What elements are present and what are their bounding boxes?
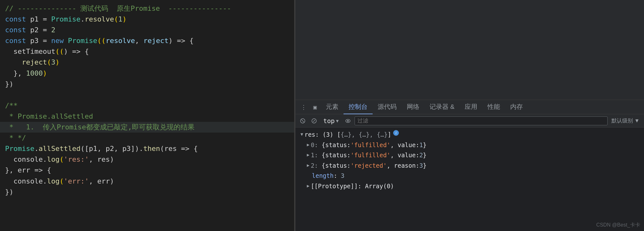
code-text: log [47, 176, 59, 187]
status-2-val: 'rejected' [350, 161, 387, 170]
code-text: ) [55, 57, 59, 68]
obj-1-close: } [423, 151, 426, 160]
code-line-12: * 1. 传入Promise都变成已敲定,即可获取兑现的结果 [0, 122, 294, 133]
length-key: length [312, 171, 334, 180]
code-line-7: }, 1000) [0, 68, 294, 79]
code-line-18: }) [0, 187, 294, 197]
tab-recorder[interactable]: 记录器 & [424, 100, 460, 114]
code-text: * Promise.allSettled [5, 111, 93, 122]
tab-elements[interactable]: 元素 [321, 100, 344, 114]
code-text: reject [143, 35, 168, 46]
tab-performance[interactable]: 性能 [482, 100, 505, 114]
code-text: Promise [51, 14, 81, 25]
tab-network[interactable]: 网络 [402, 100, 424, 114]
code-text: . [34, 143, 39, 154]
code-line-6: reject(3) [0, 57, 294, 68]
code-text: resolve [106, 35, 135, 46]
console-row-2: ▶ 2: {status: 'rejected' , reason: 3 } [295, 160, 644, 171]
console-output: ▼ res: (3) [ {…}, {…}, {…} ] i ▶ 0: {sta… [295, 128, 644, 231]
code-text: 2 [51, 25, 55, 35]
devtools-panel: ⋮ ▣ 元素 控制台 源代码 网络 记录器 & 应用 性能 内存 top ▼ [295, 0, 644, 231]
code-text: p3 = [26, 35, 51, 46]
code-text: ( [59, 176, 64, 187]
code-text: ( [47, 57, 51, 68]
code-text: allSettled [39, 143, 80, 154]
tab-console[interactable]: 控制台 [344, 100, 373, 114]
code-line-9 [0, 90, 294, 100]
code-line-15: console.log('res:', res) [0, 154, 294, 165]
prototype-label: [[Prototype]] [311, 182, 358, 191]
code-text: ) => { [64, 46, 89, 57]
expand-2-arrow[interactable]: ▶ [307, 162, 309, 169]
devtools-dock-icon[interactable]: ▣ [309, 101, 321, 113]
svg-line-3 [313, 120, 315, 122]
devtools-top-area [295, 0, 644, 100]
code-text: then [143, 143, 160, 154]
devtools-settings-icon[interactable]: ⋮ [298, 101, 309, 113]
tab-memory[interactable]: 内存 [505, 100, 528, 114]
obj-1-preview: {status: [318, 151, 350, 160]
obj-1-rest: , value: [390, 151, 419, 160]
tab-application[interactable]: 应用 [460, 100, 482, 114]
code-text: * */ [5, 133, 26, 143]
log-level-selector[interactable]: 默认级别 ▼ [610, 116, 641, 126]
code-text: const [5, 25, 26, 35]
code-text: /** [5, 100, 18, 111]
code-text: ( [114, 14, 118, 25]
code-text: 1000 [26, 68, 43, 79]
context-selector[interactable]: top ▼ [321, 116, 341, 126]
obj-2-rest: , reason: [387, 161, 419, 170]
expand-res-arrow[interactable]: ▼ [300, 131, 303, 138]
expand-1-arrow[interactable]: ▶ [307, 152, 309, 158]
code-text: (( [97, 35, 106, 46]
status-0-val: 'fulfilled' [350, 140, 390, 150]
context-dropdown-arrow: ▼ [336, 118, 338, 123]
code-text: resolve [85, 14, 114, 25]
console-row-0: ▶ 0: {status: 'fulfilled' , value: 1 } [295, 140, 644, 150]
obj-0-rest: , value: [390, 140, 419, 150]
code-text: new [51, 35, 64, 46]
console-row-1: ▶ 1: {status: 'fulfilled' , value: 2 } [295, 150, 644, 160]
console-row-res: ▼ res: (3) [ {…}, {…}, {…} ] i [295, 129, 644, 140]
code-text: const [5, 35, 26, 46]
filter-icon[interactable] [309, 116, 319, 126]
code-text: 'res:' [64, 154, 89, 165]
code-text: Promise [68, 35, 97, 46]
code-text: ) [43, 68, 47, 79]
code-line-3: const p2 = 2 [0, 25, 294, 35]
res-label: res: [304, 130, 322, 139]
expand-proto-arrow[interactable]: ▶ [307, 183, 309, 189]
array-meta: (3) [ [323, 130, 341, 139]
log-level-arrow: ▼ [634, 118, 640, 124]
svg-point-5 [347, 120, 349, 122]
array-bracket-close: ] [388, 130, 391, 139]
code-line-1: // -------------- 测试代码 原生Promise -------… [0, 3, 294, 14]
code-line-13: * */ [0, 133, 294, 143]
code-text: p1 = [26, 14, 51, 25]
devtools-tab-bar: ⋮ ▣ 元素 控制台 源代码 网络 记录器 & 应用 性能 内存 [295, 100, 644, 114]
watermark: CSDN @Best_卡卡 [596, 222, 640, 228]
clear-console-icon[interactable] [298, 116, 307, 126]
expand-0-arrow[interactable]: ▶ [307, 141, 309, 148]
code-text: ) => { [169, 35, 194, 46]
code-line-4: const p3 = new Promise((resolve, reject)… [0, 35, 294, 46]
eye-icon[interactable] [343, 116, 353, 126]
tab-sources[interactable]: 源代码 [373, 100, 402, 114]
code-text: }) [5, 187, 14, 197]
code-text [5, 90, 9, 100]
obj-2-close: } [423, 161, 426, 170]
code-text: . [80, 14, 84, 25]
code-text: , err) [89, 176, 114, 187]
info-icon: i [393, 130, 399, 136]
filter-input[interactable] [355, 116, 608, 125]
obj-0-preview: {status: [318, 140, 350, 150]
svg-line-1 [301, 120, 304, 122]
code-text: (( [55, 46, 64, 57]
code-text: 1 [118, 14, 122, 25]
code-text: }, [5, 68, 26, 79]
code-text: const [5, 14, 26, 25]
code-text: console. [5, 176, 47, 187]
code-editor: // -------------- 测试代码 原生Promise -------… [0, 0, 294, 231]
code-line-17: console.log('err:', err) [0, 176, 294, 187]
code-line-11: * Promise.allSettled [0, 111, 294, 122]
